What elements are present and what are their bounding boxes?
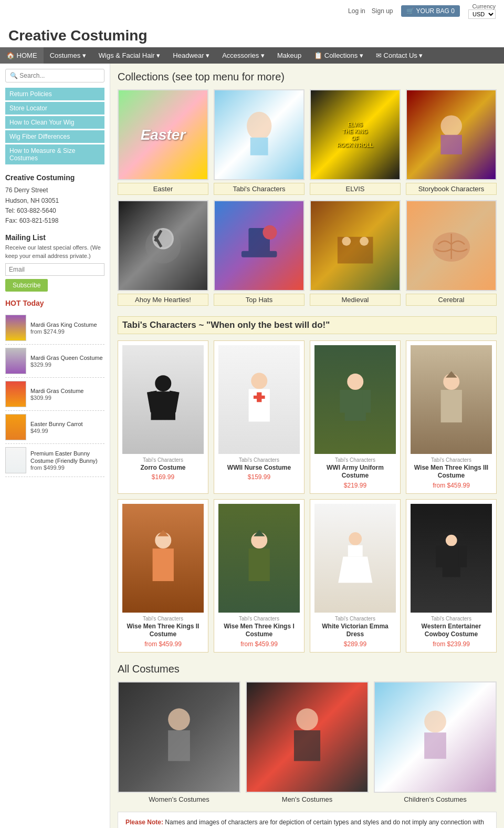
product-army-price: $219.99	[314, 482, 396, 489]
product-nurse-image	[218, 345, 300, 454]
collection-easter[interactable]: Easter Easter	[118, 89, 208, 195]
svg-rect-21	[251, 372, 267, 389]
svg-rect-39	[348, 545, 363, 556]
hot-item-3-image	[5, 381, 26, 407]
svg-rect-31	[440, 390, 461, 422]
sidebar-item-fiber[interactable]: Wig Fiber Differences	[5, 130, 104, 143]
collection-storybook[interactable]: Storybook Characters	[406, 89, 497, 195]
product-army[interactable]: Tabi's Characters WWI Army Uniform Costu…	[310, 340, 401, 494]
cart-button[interactable]: 🛒 YOUR BAG 0	[401, 5, 460, 17]
hot-item-4[interactable]: Easter Bunny Carrot $49.99	[5, 411, 104, 444]
hot-item-1[interactable]: Mardi Gras King Costume from $274.99	[5, 312, 104, 345]
product-wisemen3-price: from $459.99	[411, 482, 492, 489]
product-zorro[interactable]: Tabi's Characters Zorro Costume $169.99	[118, 340, 208, 494]
collection-tabi[interactable]: Tabi's Characters	[214, 89, 304, 195]
nav-home[interactable]: 🏠 HOME	[0, 47, 44, 64]
nav-wigs[interactable]: Wigs & Facial Hair ▾	[92, 47, 167, 64]
nav-makeup[interactable]: Makeup	[271, 47, 308, 64]
svg-rect-46	[442, 546, 460, 577]
tabi-icon	[233, 108, 286, 161]
site-title: Creative Costuming	[0, 22, 504, 47]
product-wisemen2-image	[122, 504, 204, 613]
sidebar-item-locator[interactable]: Store Locator	[5, 102, 104, 115]
svg-marker-40	[338, 556, 372, 583]
tabis-section-title: Tabi's Characters ~ "When only the best …	[118, 316, 497, 334]
currency-select[interactable]: USD	[468, 9, 496, 19]
collection-medieval-image	[310, 200, 401, 291]
hot-item-2[interactable]: Mardi Gras Queen Costume $329.99	[5, 345, 104, 378]
collections-title: Collections (see top menu for more)	[118, 71, 497, 83]
product-nurse-name: WWII Nurse Costume	[218, 464, 300, 472]
hot-item-1-image	[5, 315, 26, 341]
login-link[interactable]: Log in	[348, 7, 365, 15]
product-nurse[interactable]: Tabi's Characters WWII Nurse Costume $15…	[214, 340, 304, 494]
currency-block: Currency USD	[468, 3, 496, 19]
mailing-description: Receive our latest special offers. (We k…	[5, 244, 104, 260]
sidebar-item-return[interactable]: Return Policies	[5, 88, 104, 100]
product-zorro-name: Zorro Costume	[122, 464, 204, 472]
collection-cerebral-image	[406, 200, 497, 291]
hot-item-2-image	[5, 348, 26, 374]
subscribe-button[interactable]: Subscribe	[5, 279, 48, 292]
product-victoria-image	[314, 504, 396, 613]
svg-point-0	[247, 112, 271, 140]
product-wisemen2[interactable]: Tabi's Characters Wise Men Three Kings I…	[118, 499, 208, 653]
products-grid: Tabi's Characters Zorro Costume $169.99 …	[118, 340, 497, 653]
wisemen2-figure	[143, 515, 184, 602]
svg-rect-27	[340, 390, 348, 412]
currency-label: Currency	[472, 3, 496, 9]
svg-point-14	[360, 237, 369, 246]
collection-pirates[interactable]: Ahoy Me Hearties!	[118, 200, 208, 306]
hot-item-5-info: Premium Easter Bunny Costume (Friendly B…	[30, 450, 104, 471]
note-text: Names and images of characters are for d…	[125, 819, 484, 828]
collection-medieval[interactable]: Medieval	[310, 200, 401, 306]
collections-grid: Easter Easter Tabi's Characters ELVISTHE…	[118, 89, 497, 306]
collection-cerebral[interactable]: Cerebral	[406, 200, 497, 306]
note-bold: Please Note:	[125, 819, 163, 826]
nav-contact[interactable]: ✉ Contact Us ▾	[370, 47, 429, 64]
pirates-icon	[136, 219, 190, 272]
main-nav: 🏠 HOME Costumes ▾ Wigs & Facial Hair ▾ H…	[0, 47, 504, 64]
svg-point-2	[440, 115, 462, 137]
svg-rect-50	[168, 731, 190, 761]
svg-rect-3	[440, 134, 462, 154]
search-input[interactable]	[5, 69, 104, 82]
disclaimer-note: Please Note: Names and images of charact…	[118, 812, 497, 828]
top-bar: Log in Sign up 🛒 YOUR BAG 0 Currency USD	[0, 0, 504, 22]
product-wisemen3-image	[411, 345, 492, 454]
svg-rect-28	[362, 390, 371, 412]
wisemen1-figure	[239, 515, 280, 602]
childrens-label: Children's Costumes	[374, 795, 497, 803]
svg-rect-24	[254, 396, 265, 399]
product-cowboy[interactable]: Tabi's Characters Western Entertainer Co…	[406, 499, 497, 653]
mens-costumes[interactable]: Men's Costumes	[246, 681, 369, 804]
sidebar-menu: Return Policies Store Locator How to Cle…	[5, 88, 104, 164]
product-nurse-brand: Tabi's Characters	[218, 457, 300, 463]
nav-costumes[interactable]: Costumes ▾	[44, 47, 92, 64]
main-content: Collections (see top menu for more) East…	[110, 64, 504, 828]
collection-tophats[interactable]: Top Hats	[214, 200, 304, 306]
company-info: Creative Costuming 76 Derry Street Hudso…	[5, 172, 104, 226]
nav-collections[interactable]: 📋 Collections ▾	[308, 47, 370, 64]
sidebar-item-clean[interactable]: How to Clean Your Wig	[5, 116, 104, 129]
hot-item-3[interactable]: Mardi Gras Costume $309.99	[5, 378, 104, 411]
mens-image	[246, 681, 369, 793]
collection-elvis[interactable]: ELVISTHE KINGOFROCK'N'ROLL ELVIS	[310, 89, 401, 195]
hot-item-2-info: Mardi Gras Queen Costume $329.99	[30, 354, 103, 368]
svg-point-53	[424, 711, 446, 733]
signup-link[interactable]: Sign up	[372, 7, 393, 15]
svg-rect-1	[250, 138, 268, 156]
sidebar-item-measure[interactable]: How to Measure & Size Costumes	[5, 144, 104, 164]
product-wisemen2-brand: Tabi's Characters	[122, 616, 204, 622]
nav-headwear[interactable]: Headwear ▾	[166, 47, 216, 64]
product-victoria[interactable]: Tabi's Characters White Victorian Emma D…	[310, 499, 401, 653]
hot-item-5[interactable]: Premium Easter Bunny Costume (Friendly B…	[5, 444, 104, 477]
email-input[interactable]	[5, 263, 104, 276]
nav-accessories[interactable]: Accessories ▾	[216, 47, 271, 64]
brain-icon	[425, 219, 478, 272]
childrens-costumes[interactable]: Children's Costumes	[374, 681, 497, 804]
product-nurse-price: $159.99	[218, 473, 300, 481]
womens-costumes[interactable]: Women's Costumes	[118, 681, 240, 804]
product-wisemen3[interactable]: Tabi's Characters Wise Men Three Kings I…	[406, 340, 497, 494]
product-wisemen1[interactable]: Tabi's Characters Wise Men Three Kings I…	[214, 499, 304, 653]
